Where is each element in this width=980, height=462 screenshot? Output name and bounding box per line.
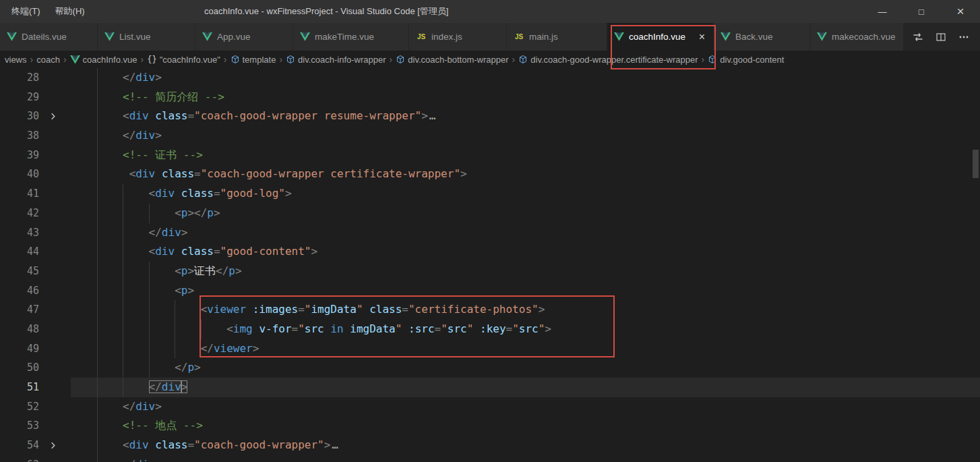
chevron-right-icon: › xyxy=(30,54,34,65)
code-text[interactable]: <div class="good-log"> xyxy=(71,184,980,204)
code-text[interactable]: <img v-for="src in imgData" :src="src" :… xyxy=(71,320,980,339)
compare-changes-button[interactable] xyxy=(910,29,926,45)
minimize-button[interactable]: — xyxy=(863,0,902,23)
tab-main-js[interactable]: JSmain.js xyxy=(507,23,607,51)
code-line-52[interactable]: 52 </div> xyxy=(0,397,980,417)
code-text[interactable]: <!-- 简历介绍 --> xyxy=(71,88,980,107)
indent-guide xyxy=(97,416,98,436)
code-line-30[interactable]: 30 <div class="coach-good-wrapper resume… xyxy=(0,107,980,126)
code-line-47[interactable]: 47 <viewer :images="imgData" class="cert… xyxy=(0,300,980,320)
line-number[interactable]: 30 xyxy=(0,107,39,126)
code-line-51[interactable]: 51 </div> xyxy=(0,378,980,397)
tab-index-js[interactable]: JSindex.js xyxy=(409,23,507,51)
code-line-49[interactable]: 49 </viewer> xyxy=(0,339,980,359)
code-line-42[interactable]: 42 <p></p> xyxy=(0,204,980,223)
line-number[interactable]: 45 xyxy=(0,262,39,281)
line-number[interactable]: 47 xyxy=(0,300,39,320)
scrollbar-thumb[interactable] xyxy=(973,150,979,178)
line-number[interactable]: 48 xyxy=(0,320,39,339)
breadcrumb-item-6[interactable]: div.coach-bottom-wrapper xyxy=(396,55,508,65)
tab-list-vue[interactable]: List.vue xyxy=(98,23,195,51)
line-number[interactable]: 38 xyxy=(0,126,39,146)
line-number[interactable]: 42 xyxy=(0,204,39,223)
code-line-50[interactable]: 50 </p> xyxy=(0,358,980,378)
code-text[interactable]: <!-- 地点 --> xyxy=(71,416,980,436)
code-line-29[interactable]: 29 <!-- 简历介绍 --> xyxy=(0,88,980,107)
breadcrumb-item-2[interactable]: coachInfo.vue xyxy=(70,55,137,65)
code-text[interactable]: </viewer> xyxy=(71,339,980,359)
line-number[interactable]: 49 xyxy=(0,339,39,359)
code-text[interactable]: <!-- 证书 --> xyxy=(71,146,980,165)
split-editor-button[interactable] xyxy=(933,29,949,45)
line-number[interactable]: 51 xyxy=(0,378,39,397)
breadcrumb-item-1[interactable]: coach xyxy=(36,55,60,65)
code-line-41[interactable]: 41 <div class="good-log"> xyxy=(0,184,980,204)
code-text[interactable]: <div class="coach-good-wrapper resume-wr… xyxy=(71,107,980,126)
code-line-54[interactable]: 54 <div class="coach-good-wrapper">… xyxy=(0,436,980,455)
code-line-28[interactable]: 28 </div> xyxy=(0,68,980,88)
line-number[interactable]: 54 xyxy=(0,436,39,455)
line-number[interactable]: 40 xyxy=(0,165,39,184)
more-actions-button[interactable] xyxy=(956,29,972,45)
editor[interactable]: 28 </div>29 <!-- 简历介绍 -->30 <div class="… xyxy=(0,68,980,462)
line-number[interactable]: 41 xyxy=(0,184,39,204)
code-text[interactable]: <div class="good-content"> xyxy=(71,242,980,262)
code-text[interactable]: <p> xyxy=(71,281,980,301)
breadcrumb-item-4[interactable]: template xyxy=(231,55,276,65)
tab-back-vue[interactable]: Back.vue xyxy=(714,23,810,51)
breadcrumb-item-0[interactable]: views xyxy=(5,55,27,65)
tab-close-icon[interactable]: × xyxy=(698,32,706,42)
line-number[interactable]: 44 xyxy=(0,242,39,262)
line-number[interactable]: 43 xyxy=(0,223,39,243)
fold-expand-arrow[interactable] xyxy=(39,436,71,455)
code-text[interactable]: </div> xyxy=(71,68,980,88)
chevron-fold-icon xyxy=(48,111,58,121)
maximize-button[interactable]: □ xyxy=(902,0,941,23)
tab-maketime-vue[interactable]: makeTime.vue xyxy=(293,23,409,51)
code-text[interactable]: <p></p> xyxy=(71,204,980,223)
line-number[interactable]: 29 xyxy=(0,88,39,107)
code-line-53[interactable]: 53 <!-- 地点 --> xyxy=(0,416,980,436)
code-line-39[interactable]: 39 <!-- 证书 --> xyxy=(0,146,980,165)
line-number[interactable]: 62 xyxy=(0,455,39,462)
vue-icon xyxy=(300,32,310,41)
code-text[interactable]: </div> xyxy=(71,126,980,146)
code-text[interactable]: </div> xyxy=(71,397,980,417)
code-line-48[interactable]: 48 <img v-for="src in imgData" :src="src… xyxy=(0,320,980,339)
code-text[interactable]: <p>证书</p> xyxy=(71,262,980,281)
code-line-43[interactable]: 43 </div> xyxy=(0,223,980,243)
code-text[interactable]: </p> xyxy=(71,358,980,378)
breadcrumb-item-7[interactable]: div.coach-good-wrapper.certificate-wrapp… xyxy=(518,55,698,65)
tab-dateils-vue[interactable]: Dateils.vue xyxy=(0,23,98,51)
code-line-45[interactable]: 45 <p>证书</p> xyxy=(0,262,980,281)
tab-makecoach-vue[interactable]: makecoach.vue xyxy=(810,23,904,51)
breadcrumb-item-8[interactable]: div.good-content xyxy=(708,55,784,65)
close-window-button[interactable]: × xyxy=(941,0,980,23)
breadcrumb-item-5[interactable]: div.coach-info-wrapper xyxy=(286,55,386,65)
code-line-38[interactable]: 38 </div> xyxy=(0,126,980,146)
code-text[interactable]: <div class="coach-good-wrapper certifica… xyxy=(71,165,980,184)
menu-item-1[interactable]: 帮助(H) xyxy=(48,0,92,23)
code-text[interactable]: <viewer :images="imgData" class="certifi… xyxy=(71,300,980,320)
code-line-44[interactable]: 44 <div class="good-content"> xyxy=(0,242,980,262)
breadcrumb-item-3[interactable]: {}"coachInfo.vue" xyxy=(147,55,220,65)
code-line-40[interactable]: 40 <div class="coach-good-wrapper certif… xyxy=(0,165,980,184)
tab-coachinfo-vue[interactable]: coachInfo.vue× xyxy=(607,23,714,51)
code-text[interactable]: </div> xyxy=(71,378,980,397)
indent-guide xyxy=(97,242,98,262)
matched-bracket: > xyxy=(181,380,188,393)
code-line-46[interactable]: 46 <p> xyxy=(0,281,980,301)
line-number[interactable]: 39 xyxy=(0,146,39,165)
line-number[interactable]: 53 xyxy=(0,416,39,436)
line-number[interactable]: 50 xyxy=(0,358,39,378)
fold-expand-arrow[interactable] xyxy=(39,107,71,126)
line-number[interactable]: 28 xyxy=(0,68,39,88)
line-number[interactable]: 46 xyxy=(0,281,39,301)
tab-app-vue[interactable]: App.vue xyxy=(195,23,293,51)
menu-item-0[interactable]: 终端(T) xyxy=(4,0,48,23)
code-text[interactable]: <div class="coach-good-wrapper">… xyxy=(71,436,980,455)
code-text[interactable]: </div> xyxy=(71,223,980,243)
code-text[interactable]: </div> xyxy=(71,455,980,462)
code-line-62[interactable]: 62 </div> xyxy=(0,455,980,462)
line-number[interactable]: 52 xyxy=(0,397,39,417)
